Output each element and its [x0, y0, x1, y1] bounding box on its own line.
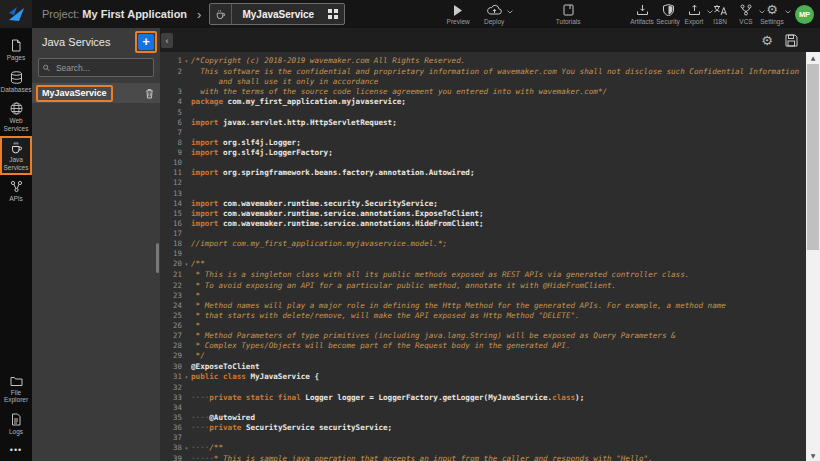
- code-text: * that starts with delete/remove, will m…: [191, 311, 580, 321]
- add-service-button[interactable]: +: [138, 34, 154, 50]
- code-line: 6 import javax.servlet.http.HttpServletR…: [160, 118, 806, 128]
- java-cup-icon: [210, 4, 232, 24]
- grid-view-icon[interactable]: [328, 9, 344, 19]
- log-file-icon: [10, 413, 22, 426]
- api-nodes-icon: [10, 180, 23, 193]
- tutorials-button[interactable]: Tutorials: [555, 3, 581, 25]
- code-line: 11 import org.springframework.beans.fact…: [160, 168, 806, 178]
- code-line: 9 import org.slf4j.LoggerFactory;: [160, 148, 806, 158]
- line-number: 38: [160, 443, 182, 454]
- project-label: Project:: [42, 8, 79, 20]
- search-input[interactable]: [54, 62, 149, 74]
- code-line: 7: [160, 128, 806, 138]
- line-number: 30: [160, 362, 182, 372]
- sidebar-item-apis[interactable]: APIs: [0, 175, 32, 207]
- chevron-down-icon: [507, 10, 513, 14]
- scroll-up-icon[interactable]: ▲: [806, 52, 820, 63]
- code-text: [191, 403, 196, 413]
- fold-gutter: [182, 331, 191, 341]
- code-lines[interactable]: 1▾/*Copyright (c) 2018-2019 wavemaker.co…: [160, 52, 806, 461]
- delete-icon[interactable]: [145, 88, 154, 99]
- sidebar-item-pages[interactable]: Pages: [0, 34, 32, 66]
- line-number: 9: [160, 148, 182, 158]
- fold-gutter: [182, 454, 191, 461]
- wavemaker-logo[interactable]: [0, 0, 32, 28]
- code-text: ·····* This is sample java operation tha…: [191, 454, 653, 461]
- line-number: 35: [160, 413, 182, 423]
- code-line: 16 import com.wavemaker.runtime.service.…: [160, 219, 806, 229]
- security-button[interactable]: Security: [655, 3, 681, 25]
- fold-marker-icon[interactable]: ▾: [182, 372, 191, 383]
- line-number: 6: [160, 118, 182, 128]
- line-number: 17: [160, 229, 182, 239]
- chevron-right-icon: ›: [197, 7, 201, 22]
- editor-settings-icon[interactable]: ⚙: [761, 34, 773, 47]
- sidebar-item-file-explorer[interactable]: File Explorer: [0, 370, 32, 408]
- sidebar-item-java-services[interactable]: Java Services: [0, 136, 32, 175]
- fold-gutter: [182, 148, 191, 158]
- line-number: 3: [160, 87, 182, 97]
- code-text: with the terms of the source code licens…: [191, 87, 607, 97]
- save-icon[interactable]: [785, 34, 798, 47]
- line-number: 11: [160, 168, 182, 178]
- code-text: */: [191, 351, 205, 361]
- fold-gutter: [182, 281, 191, 291]
- vcs-button[interactable]: VCS: [733, 3, 759, 25]
- scrollbar-thumb[interactable]: [807, 64, 819, 250]
- scroll-down-icon[interactable]: ▼: [806, 450, 820, 461]
- fold-marker-icon[interactable]: ▾: [182, 443, 191, 454]
- more-menu[interactable]: •••: [0, 439, 32, 461]
- shield-icon: [663, 3, 674, 16]
- code-line: 18 //import com.my_first_application.myj…: [160, 239, 806, 249]
- fold-gutter: [182, 351, 191, 361]
- code-text: ····@Autowired: [191, 413, 255, 423]
- fold-marker-icon[interactable]: ▾: [182, 259, 191, 270]
- code-text: [191, 178, 196, 188]
- code-text: [191, 249, 196, 259]
- service-search[interactable]: [38, 58, 154, 77]
- editor-toolbar: ‹ ⚙: [160, 28, 820, 52]
- fold-gutter: [182, 178, 191, 188]
- code-line: 29 */: [160, 351, 806, 361]
- line-number: 31: [160, 372, 182, 383]
- code-line: 27 * Method Parameters of type primitive…: [160, 331, 806, 341]
- deploy-button[interactable]: Deploy: [481, 3, 507, 25]
- fold-marker-icon[interactable]: ▾: [182, 56, 191, 67]
- panel-scrollbar-thumb[interactable]: [156, 243, 159, 273]
- code-line: 32: [160, 383, 806, 393]
- fold-gutter: [182, 341, 191, 351]
- cloud-upload-icon: [487, 3, 502, 16]
- fold-gutter: [182, 433, 191, 443]
- panel-title: Java Services: [42, 36, 110, 48]
- code-text: [191, 433, 196, 443]
- export-button[interactable]: Export: [681, 3, 707, 25]
- service-tab-label: MyJavaService: [232, 9, 328, 20]
- settings-button[interactable]: ⚙ Settings: [759, 3, 785, 25]
- fold-gutter: [182, 189, 191, 199]
- code-text: import javax.servlet.http.HttpServletReq…: [191, 118, 397, 128]
- sidebar-item-logs[interactable]: Logs: [0, 408, 32, 440]
- fold-gutter: [182, 383, 191, 393]
- i18n-button[interactable]: I18N: [707, 3, 733, 25]
- service-list-item[interactable]: MyJavaService: [32, 83, 160, 103]
- artifacts-button[interactable]: Artifacts: [629, 3, 655, 25]
- collapse-panel-icon[interactable]: ‹: [161, 33, 173, 48]
- user-avatar[interactable]: MP: [795, 5, 814, 24]
- code-line: 30 @ExposeToClient: [160, 362, 806, 372]
- database-icon: [10, 71, 23, 84]
- fold-gutter: [182, 362, 191, 372]
- line-number: 5: [160, 108, 182, 118]
- service-tab[interactable]: MyJavaService: [209, 3, 345, 25]
- chevron-down-icon: [785, 10, 791, 14]
- line-number: 12: [160, 178, 182, 188]
- line-number: 4: [160, 97, 182, 107]
- code-text: import com.wavemaker.runtime.security.Se…: [191, 199, 438, 209]
- preview-button[interactable]: Preview: [445, 3, 471, 25]
- code-line: 8 import org.slf4j.Logger;: [160, 138, 806, 148]
- sidebar-item-databases[interactable]: Databases: [0, 66, 32, 98]
- editor-scrollbar[interactable]: ▲ ▼: [806, 52, 820, 461]
- code-text: import org.slf4j.Logger;: [191, 138, 301, 148]
- download-tray-icon: [636, 3, 649, 16]
- code-text: public class MyJavaService {: [191, 372, 319, 383]
- sidebar-item-web-services[interactable]: Web Services: [0, 97, 32, 136]
